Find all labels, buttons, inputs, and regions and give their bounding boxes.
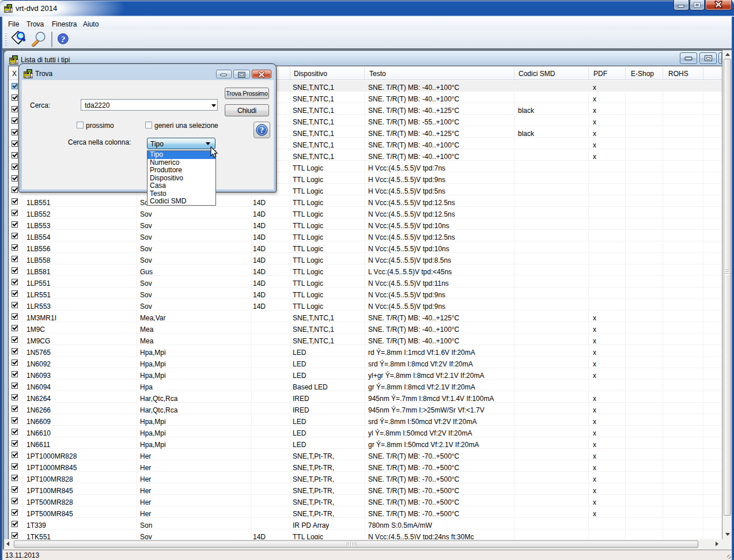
svg-text:var: var bbox=[5, 7, 7, 9]
svg-text:?: ? bbox=[260, 126, 264, 135]
